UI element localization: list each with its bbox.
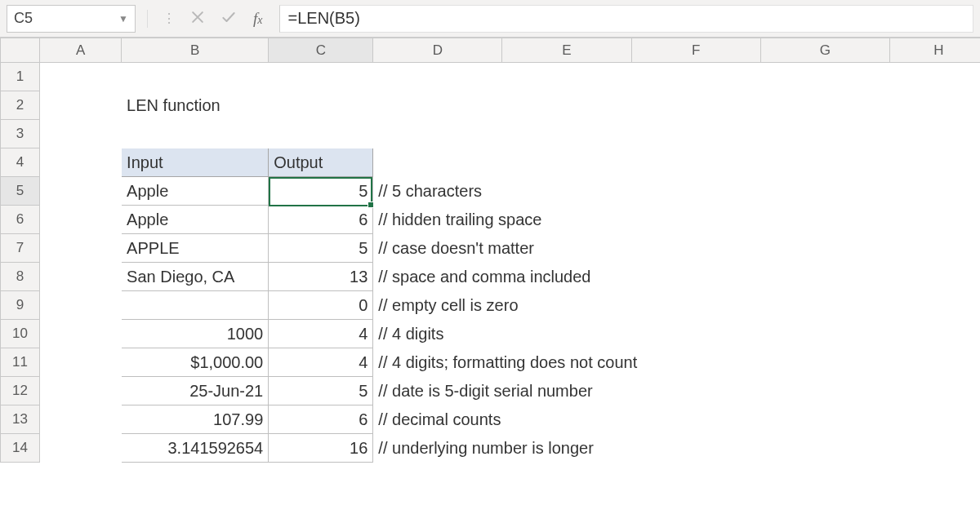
cancel-icon[interactable] — [189, 9, 206, 29]
cell-B14[interactable]: 3.141592654 — [122, 434, 269, 463]
cell-comment[interactable]: // decimal counts — [373, 405, 980, 434]
chevron-down-icon[interactable]: ▼ — [118, 13, 128, 24]
cell-C10[interactable]: 4 — [269, 320, 373, 348]
column-headers[interactable]: A B C D E F G H — [1, 38, 981, 63]
col-header-H[interactable]: H — [889, 38, 980, 63]
col-header-D[interactable]: D — [373, 38, 502, 63]
row-5[interactable]: 5 Apple 5 // 5 characters — [1, 177, 981, 206]
cell-B12[interactable]: 25-Jun-21 — [122, 377, 269, 405]
cell-C6[interactable]: 6 — [269, 206, 373, 234]
cell-B13[interactable]: 107.99 — [122, 405, 269, 434]
col-header-C[interactable]: C — [269, 38, 373, 63]
row-7[interactable]: 7 APPLE 5 // case doesn't matter — [1, 234, 981, 263]
row-header[interactable]: 7 — [1, 234, 40, 263]
row-header[interactable]: 3 — [1, 120, 40, 148]
cell-C7[interactable]: 5 — [269, 234, 373, 263]
row-header[interactable]: 13 — [1, 405, 40, 434]
col-header-A[interactable]: A — [40, 38, 122, 63]
row-header[interactable]: 12 — [1, 377, 40, 405]
vdots-icon: ⋮ — [163, 11, 175, 26]
row-6[interactable]: 6 Apple 6 // hidden trailing space — [1, 206, 981, 234]
cell-comment[interactable]: // underlying number is longer — [373, 434, 980, 463]
row-13[interactable]: 13 107.99 6 // decimal counts — [1, 405, 981, 434]
row-14[interactable]: 14 3.141592654 16 // underlying number i… — [1, 434, 981, 463]
row-3[interactable]: 3 — [1, 120, 981, 148]
row-header[interactable]: 1 — [1, 63, 40, 91]
col-header-G[interactable]: G — [760, 38, 889, 63]
row-8[interactable]: 8 San Diego, CA 13 // space and comma in… — [1, 263, 981, 291]
cell-C8[interactable]: 13 — [269, 263, 373, 291]
cell-C14[interactable]: 16 — [269, 434, 373, 463]
cell-C13[interactable]: 6 — [269, 405, 373, 434]
formula-text: =LEN(B5) — [288, 9, 360, 28]
spreadsheet[interactable]: A B C D E F G H 1 2 LEN function — [0, 38, 980, 514]
formula-bar: C5 ▼ ⋮ fx =LEN(B5) — [0, 0, 980, 38]
row-header[interactable]: 5 — [1, 177, 40, 206]
select-all-corner[interactable] — [1, 38, 40, 63]
row-1[interactable]: 1 — [1, 63, 981, 91]
row-header[interactable]: 8 — [1, 263, 40, 291]
cell-comment[interactable]: // 4 digits — [373, 320, 980, 348]
row-9[interactable]: 9 0 // empty cell is zero — [1, 291, 981, 320]
cell-C5[interactable]: 5 — [269, 177, 373, 206]
cell-B6[interactable]: Apple — [122, 206, 269, 234]
cell-C12[interactable]: 5 — [269, 377, 373, 405]
cell-B8[interactable]: San Diego, CA — [122, 263, 269, 291]
cell-C9[interactable]: 0 — [269, 291, 373, 320]
name-box[interactable]: C5 ▼ — [7, 5, 136, 33]
cell-B9[interactable] — [122, 291, 269, 320]
formula-input[interactable]: =LEN(B5) — [279, 5, 974, 33]
separator — [147, 10, 148, 28]
cell-comment[interactable]: // case doesn't matter — [373, 234, 980, 263]
row-header[interactable]: 6 — [1, 206, 40, 234]
page-title: LEN function — [122, 91, 502, 120]
row-header[interactable]: 9 — [1, 291, 40, 320]
cell-B11[interactable]: $1,000.00 — [122, 348, 269, 377]
col-header-F[interactable]: F — [631, 38, 760, 63]
cell-comment[interactable]: // empty cell is zero — [373, 291, 980, 320]
grid[interactable]: A B C D E F G H 1 2 LEN function — [0, 38, 980, 463]
cell-B7[interactable]: APPLE — [122, 234, 269, 263]
row-header[interactable]: 2 — [1, 91, 40, 120]
row-10[interactable]: 10 1000 4 // 4 digits — [1, 320, 981, 348]
cell-comment[interactable]: // date is 5-digit serial number — [373, 377, 980, 405]
row-11[interactable]: 11 $1,000.00 4 // 4 digits; formatting d… — [1, 348, 981, 377]
cell-comment[interactable]: // 4 digits; formatting does not count — [373, 348, 980, 377]
cell-B5[interactable]: Apple — [122, 177, 269, 206]
row-4[interactable]: 4 Input Output — [1, 148, 981, 177]
name-box-value: C5 — [14, 10, 33, 27]
cell-comment[interactable]: // space and comma included — [373, 263, 980, 291]
cell-comment[interactable]: // hidden trailing space — [373, 206, 980, 234]
formula-bar-buttons: ⋮ fx — [136, 9, 279, 29]
cell-B10[interactable]: 1000 — [122, 320, 269, 348]
row-header[interactable]: 4 — [1, 148, 40, 177]
table-header-input[interactable]: Input — [122, 148, 269, 177]
row-header[interactable]: 10 — [1, 320, 40, 348]
cell-comment[interactable]: // 5 characters — [373, 177, 980, 206]
grid-body[interactable]: 1 2 LEN function 3 4 Input Output — [1, 63, 981, 463]
col-header-E[interactable]: E — [502, 38, 631, 63]
row-header[interactable]: 11 — [1, 348, 40, 377]
col-header-B[interactable]: B — [122, 38, 269, 63]
fx-icon[interactable]: fx — [252, 10, 268, 28]
enter-icon[interactable] — [220, 9, 237, 29]
row-header[interactable]: 14 — [1, 434, 40, 463]
row-12[interactable]: 12 25-Jun-21 5 // date is 5-digit serial… — [1, 377, 981, 405]
table-header-output[interactable]: Output — [269, 148, 373, 177]
cell-C11[interactable]: 4 — [269, 348, 373, 377]
row-2[interactable]: 2 LEN function — [1, 91, 981, 120]
